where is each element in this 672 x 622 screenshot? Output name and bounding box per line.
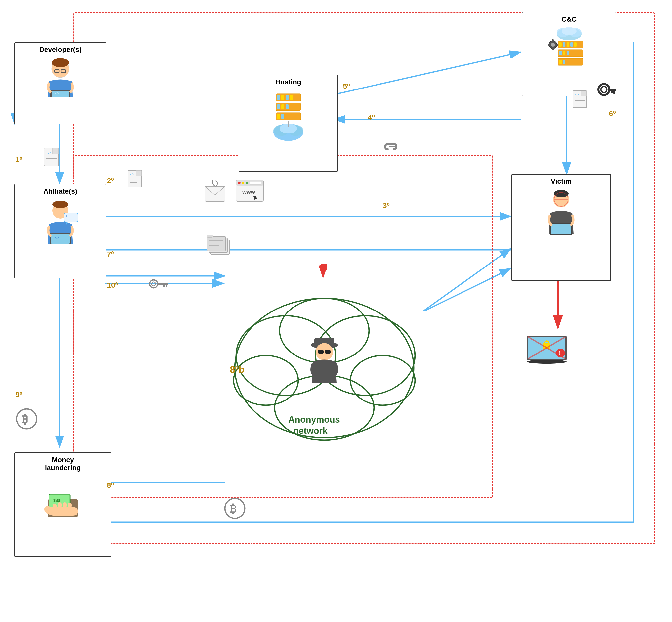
step-6: 6º: [609, 109, 616, 118]
step-3: 3º: [383, 201, 390, 210]
svg-text:₿: ₿: [231, 503, 236, 515]
svg-text:₿: ₿: [22, 413, 28, 425]
svg-line-20: [424, 249, 511, 311]
svg-point-141: [246, 182, 248, 184]
hosting-box: Hosting: [239, 75, 338, 172]
diagram-container: Developer(s) </>: [0, 0, 672, 622]
svg-rect-73: [548, 44, 550, 46]
svg-point-139: [238, 182, 241, 184]
locked-computer: !: [522, 331, 572, 371]
svg-rect-135: [205, 186, 225, 201]
svg-rect-169: [163, 285, 165, 287]
step-8: 8º: [107, 481, 114, 489]
svg-rect-74: [556, 44, 558, 46]
key-icon-6: [596, 82, 616, 108]
svg-rect-159: [207, 235, 213, 237]
svg-text:network: network: [293, 425, 328, 436]
svg-rect-29: [52, 91, 69, 98]
step-10: 10º: [107, 281, 118, 289]
svg-text:...: ...: [52, 495, 56, 500]
svg-point-146: [601, 87, 607, 93]
affiliate-icon: </> </>: [40, 199, 80, 247]
money-box: Money laundering $ $$$: [14, 452, 111, 557]
svg-rect-96: [63, 503, 67, 508]
chain-link-icon: [383, 137, 402, 158]
svg-rect-40: [277, 95, 280, 100]
red-arrow-8b: [316, 264, 330, 278]
svg-rect-151: [581, 91, 587, 96]
svg-text:!: !: [559, 350, 561, 356]
svg-rect-68: [563, 60, 565, 64]
svg-rect-130: [136, 170, 142, 176]
svg-rect-47: [286, 104, 288, 109]
anonymous-network: 8ºb Anonymous network: [216, 269, 432, 457]
cc-title: C&C: [562, 15, 577, 23]
svg-point-106: [527, 360, 567, 364]
svg-point-145: [598, 84, 609, 95]
svg-point-24: [52, 58, 69, 67]
svg-rect-49: [277, 114, 280, 119]
svg-rect-64: [563, 51, 565, 56]
affiliate-box: Afilliate(s) </> </>: [14, 184, 106, 278]
svg-rect-43: [290, 95, 293, 100]
svg-rect-50: [281, 114, 284, 119]
svg-rect-57: [559, 42, 562, 47]
money-title: Money laundering: [45, 456, 80, 472]
svg-rect-60: [570, 42, 573, 47]
step-1: 1º: [15, 156, 22, 164]
svg-point-166: [152, 282, 155, 286]
svg-text:8ºb: 8ºb: [230, 365, 244, 375]
svg-rect-149: [611, 91, 613, 94]
svg-rect-117: [318, 350, 324, 353]
svg-rect-67: [559, 60, 562, 64]
affiliate-title: Afilliate(s): [43, 187, 77, 196]
money-icon: $ $$$ ...: [38, 475, 88, 527]
svg-line-12: [334, 52, 521, 95]
hosting-title: Hosting: [275, 78, 301, 86]
files-icon: [204, 234, 236, 262]
svg-rect-58: [563, 42, 565, 47]
bitcoin-icon-9: ₿: [15, 408, 38, 431]
svg-rect-95: [58, 503, 62, 508]
svg-rect-167: [156, 283, 169, 285]
victim-box: Victim: [511, 174, 611, 281]
doc-icon-2: </>: [127, 169, 145, 194]
svg-rect-118: [325, 350, 330, 353]
code-doc-icon: </>: [572, 90, 590, 113]
svg-rect-142: [249, 181, 262, 184]
www-browser-icon: www: [235, 179, 265, 207]
svg-rect-97: [68, 503, 72, 508]
step-4: 4º: [368, 113, 375, 122]
victim-title: Victim: [551, 177, 572, 185]
svg-point-140: [242, 182, 244, 184]
victim-icon: [540, 188, 582, 239]
svg-rect-45: [277, 104, 280, 109]
svg-rect-63: [559, 51, 562, 56]
doc-icon-1: </>: [42, 147, 62, 173]
svg-rect-42: [286, 95, 288, 100]
step-2: 2º: [107, 176, 114, 185]
hosting-icon: [263, 89, 313, 152]
svg-point-111: [234, 355, 298, 405]
svg-text:</>: </>: [65, 214, 69, 217]
developer-title: Developer(s): [39, 46, 81, 54]
svg-rect-46: [281, 104, 284, 109]
key-icon-10: [149, 278, 169, 293]
svg-rect-59: [567, 42, 569, 47]
svg-rect-34: [51, 234, 70, 244]
svg-text:</>: </>: [47, 151, 51, 154]
phishing-email-icon: [204, 179, 234, 210]
svg-rect-86: [551, 224, 571, 234]
svg-point-32: [52, 201, 68, 208]
svg-rect-158: [207, 236, 225, 251]
svg-rect-65: [567, 51, 569, 56]
svg-point-79: [562, 27, 576, 35]
svg-text:www: www: [242, 189, 255, 195]
svg-rect-61: [574, 42, 576, 47]
developer-box: Developer(s) </>: [14, 42, 106, 124]
svg-point-70: [551, 43, 555, 47]
developer-icon: </>: [42, 58, 79, 102]
svg-point-112: [350, 355, 415, 405]
svg-rect-72: [552, 48, 554, 50]
step-7: 7º: [107, 250, 114, 258]
